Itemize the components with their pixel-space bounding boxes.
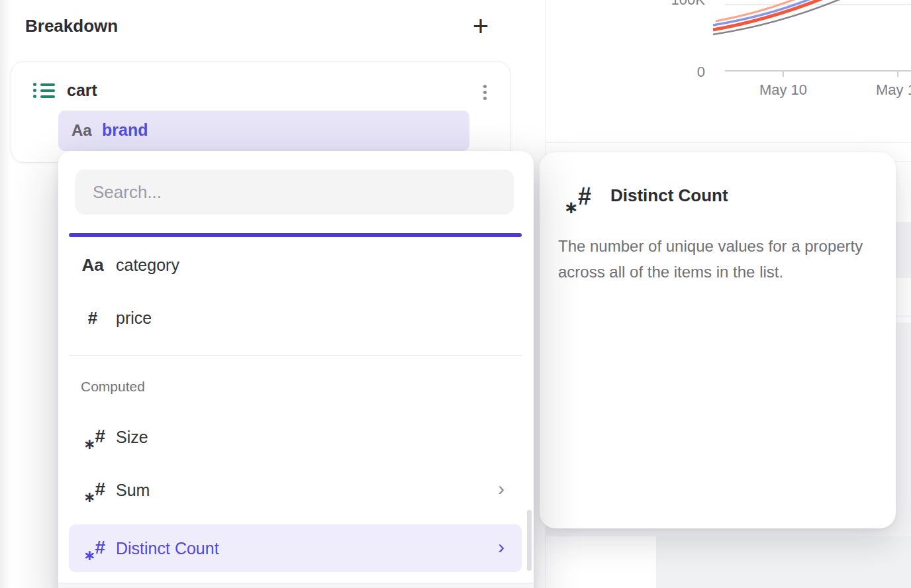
property-tooltip-card: ∗# Distinct Count The number of unique v… [540, 152, 896, 528]
computed-number-icon: ∗# [85, 536, 105, 560]
selected-property-chip-brand[interactable]: Aa brand [58, 111, 469, 151]
tooltip-description: The number of unique values for a proper… [558, 233, 890, 285]
property-select-dropdown: Aa category # price Computed ∗# Size ∗# … [58, 151, 534, 588]
x-axis-label-may10: May 10 [745, 81, 822, 99]
dropdown-item-label: Distinct Count [116, 524, 219, 572]
dropdown-item-category[interactable]: Aa category [69, 238, 522, 291]
selected-property-label: brand [102, 121, 148, 140]
dropdown-item-label: category [116, 238, 179, 291]
computed-section-label: Computed [81, 379, 145, 395]
computed-number-icon: ∗# [85, 425, 105, 449]
kebab-menu-icon[interactable] [471, 76, 498, 108]
tooltip-title: Distinct Count [610, 185, 728, 206]
selected-item-edge-accent [69, 233, 522, 237]
dropdown-item-sum[interactable]: ∗# Sum [69, 464, 522, 516]
add-breakdown-button plus-icon[interactable]: + [465, 11, 497, 42]
x-axis-tick [897, 70, 898, 77]
x-axis-tick [783, 70, 784, 77]
left-edge-shade [0, 0, 11, 588]
breakdown-card: cart Aa brand [11, 61, 510, 163]
group-name-label: cart [67, 81, 97, 100]
line-chart-series [546, 0, 911, 86]
dropdown-item-label: Sum [116, 464, 150, 516]
dropdown-item-size[interactable]: ∗# Size [69, 411, 522, 464]
dropdown-divider [69, 355, 522, 356]
computed-number-icon: ∗# [85, 478, 105, 502]
dropdown-footer [58, 583, 534, 588]
dropdown-item-label: Size [116, 411, 148, 464]
x-axis-line [725, 70, 911, 72]
search-box [75, 170, 514, 215]
table-section-band [656, 536, 911, 588]
chevron-right-icon [498, 524, 504, 572]
number-property-icon: # [78, 291, 107, 344]
panel-divider [546, 142, 911, 143]
list-property-icon [33, 83, 57, 101]
search-input[interactable] [75, 170, 514, 215]
group-row-cart[interactable]: cart [11, 72, 510, 109]
text-property-icon: Aa [72, 121, 92, 140]
x-axis-label-may11: May 11 [876, 81, 911, 99]
dropdown-scrollbar-thumb[interactable] [527, 510, 532, 571]
breakdown-section-title: Breakdown [25, 16, 118, 36]
text-property-icon: Aa [78, 238, 107, 291]
dropdown-item-distinct-count[interactable]: ∗# Distinct Count [69, 524, 522, 572]
dropdown-item-price[interactable]: # price [69, 291, 522, 344]
dropdown-item-label: price [116, 291, 152, 344]
chevron-right-icon [498, 464, 504, 516]
computed-number-icon: ∗# [567, 183, 591, 212]
